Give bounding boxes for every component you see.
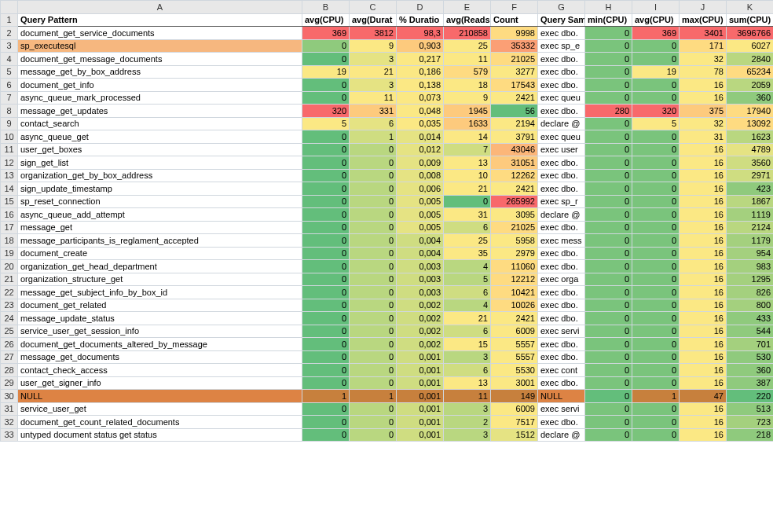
cell-F8[interactable]: 56 <box>491 105 538 118</box>
cell-E4[interactable]: 11 <box>444 53 491 66</box>
cell-J17[interactable]: 16 <box>680 221 727 234</box>
cell-H11[interactable]: 0 <box>585 143 632 156</box>
cell-G12[interactable]: exec dbo. <box>538 156 585 170</box>
cell-J9[interactable]: 32 <box>680 117 727 130</box>
row-header-22[interactable]: 22 <box>1 286 18 299</box>
cell-J31[interactable]: 16 <box>680 402 727 416</box>
cell-F6[interactable]: 17543 <box>491 79 538 92</box>
cell-J14[interactable]: 16 <box>680 182 727 196</box>
cell-K26[interactable]: 701 <box>727 338 774 351</box>
cell-I13[interactable]: 0 <box>632 169 680 182</box>
cell-I12[interactable]: 0 <box>632 156 680 170</box>
row-header-1[interactable]: 1 <box>1 13 18 27</box>
cell-I3[interactable]: 0 <box>632 39 680 53</box>
cell-G9[interactable]: declare @ <box>538 117 585 130</box>
cell-I30[interactable]: 1 <box>632 390 680 403</box>
cell-K21[interactable]: 1295 <box>727 273 774 286</box>
cell-C33[interactable]: 0 <box>350 428 397 442</box>
cell-D18[interactable]: 0,004 <box>397 234 444 248</box>
row-header-5[interactable]: 5 <box>1 65 18 79</box>
cell-I24[interactable]: 0 <box>632 312 680 325</box>
cell-K9[interactable]: 13092 <box>727 117 774 130</box>
cell-G2[interactable]: exec dbo. <box>538 27 585 40</box>
column-header-C[interactable]: C <box>350 1 397 14</box>
cell-I6[interactable]: 0 <box>632 79 680 92</box>
cell-F12[interactable]: 31051 <box>491 156 538 170</box>
cell-C28[interactable]: 0 <box>350 364 397 377</box>
cell-G30[interactable]: NULL <box>538 390 585 403</box>
cell-A10[interactable]: async_queue_get <box>18 130 302 144</box>
cell-B4[interactable]: 0 <box>302 53 350 66</box>
cell-J26[interactable]: 16 <box>680 338 727 351</box>
cell-E19[interactable]: 35 <box>444 247 491 260</box>
cell-C16[interactable]: 0 <box>350 208 397 222</box>
cell-I29[interactable]: 0 <box>632 376 680 390</box>
cell-C21[interactable]: 0 <box>350 273 397 286</box>
cell-D26[interactable]: 0,002 <box>397 338 444 351</box>
cell-G31[interactable]: exec servi <box>538 402 585 416</box>
cell-E33[interactable]: 3 <box>444 428 491 442</box>
cell-C24[interactable]: 0 <box>350 312 397 325</box>
cell-F17[interactable]: 21025 <box>491 221 538 234</box>
cell-H26[interactable]: 0 <box>585 338 632 351</box>
cell-I17[interactable]: 0 <box>632 221 680 234</box>
cell-J19[interactable]: 16 <box>680 247 727 260</box>
cell-H9[interactable]: 0 <box>585 117 632 130</box>
cell-B30[interactable]: 1 <box>302 390 350 403</box>
cell-H25[interactable]: 0 <box>585 325 632 338</box>
cell-G29[interactable]: exec dbo. <box>538 376 585 390</box>
cell-J2[interactable]: 3401 <box>680 27 727 40</box>
cell-B15[interactable]: 0 <box>302 195 350 208</box>
cell-C22[interactable]: 0 <box>350 286 397 299</box>
select-all-corner[interactable] <box>1 1 18 14</box>
cell-K6[interactable]: 2059 <box>727 79 774 92</box>
row-header-11[interactable]: 11 <box>1 143 18 156</box>
cell-F14[interactable]: 2421 <box>491 182 538 196</box>
cell-B21[interactable]: 0 <box>302 273 350 286</box>
cell-F33[interactable]: 1512 <box>491 428 538 442</box>
cell-A19[interactable]: document_create <box>18 247 302 260</box>
cell-I20[interactable]: 0 <box>632 260 680 273</box>
cell-C25[interactable]: 0 <box>350 325 397 338</box>
cell-J21[interactable]: 16 <box>680 273 727 286</box>
cell-B32[interactable]: 0 <box>302 416 350 429</box>
cell-F10[interactable]: 3791 <box>491 130 538 144</box>
cell-A17[interactable]: message_get <box>18 221 302 234</box>
header-cell[interactable]: max(CPU) <box>680 13 727 27</box>
cell-H12[interactable]: 0 <box>585 156 632 170</box>
cell-G32[interactable]: exec dbo. <box>538 416 585 429</box>
cell-D8[interactable]: 0,048 <box>397 105 444 118</box>
cell-C31[interactable]: 0 <box>350 402 397 416</box>
cell-I21[interactable]: 0 <box>632 273 680 286</box>
row-header-28[interactable]: 28 <box>1 364 18 377</box>
row-header-7[interactable]: 7 <box>1 91 18 105</box>
cell-B31[interactable]: 0 <box>302 402 350 416</box>
cell-E14[interactable]: 21 <box>444 182 491 196</box>
cell-C27[interactable]: 0 <box>350 350 397 364</box>
row-header-6[interactable]: 6 <box>1 79 18 92</box>
cell-D2[interactable]: 98,3 <box>397 27 444 40</box>
row-header-24[interactable]: 24 <box>1 312 18 325</box>
row-header-23[interactable]: 23 <box>1 299 18 312</box>
header-cell[interactable]: Query Pattern <box>18 13 302 27</box>
cell-E13[interactable]: 10 <box>444 169 491 182</box>
cell-A14[interactable]: sign_update_timestamp <box>18 182 302 196</box>
cell-H7[interactable]: 0 <box>585 91 632 105</box>
spreadsheet-grid[interactable]: ABCDEFGHIJK1Query Patternavg(CPU)avg(Dur… <box>0 0 773 442</box>
cell-J10[interactable]: 31 <box>680 130 727 144</box>
cell-C4[interactable]: 3 <box>350 53 397 66</box>
row-header-8[interactable]: 8 <box>1 105 18 118</box>
cell-B14[interactable]: 0 <box>302 182 350 196</box>
cell-B19[interactable]: 0 <box>302 247 350 260</box>
column-header-F[interactable]: F <box>491 1 538 14</box>
cell-J15[interactable]: 16 <box>680 195 727 208</box>
cell-B16[interactable]: 0 <box>302 208 350 222</box>
cell-K7[interactable]: 360 <box>727 91 774 105</box>
cell-J3[interactable]: 171 <box>680 39 727 53</box>
cell-B25[interactable]: 0 <box>302 325 350 338</box>
cell-C20[interactable]: 0 <box>350 260 397 273</box>
row-header-27[interactable]: 27 <box>1 350 18 364</box>
cell-D22[interactable]: 0,003 <box>397 286 444 299</box>
cell-A27[interactable]: message_get_documents <box>18 350 302 364</box>
cell-H24[interactable]: 0 <box>585 312 632 325</box>
